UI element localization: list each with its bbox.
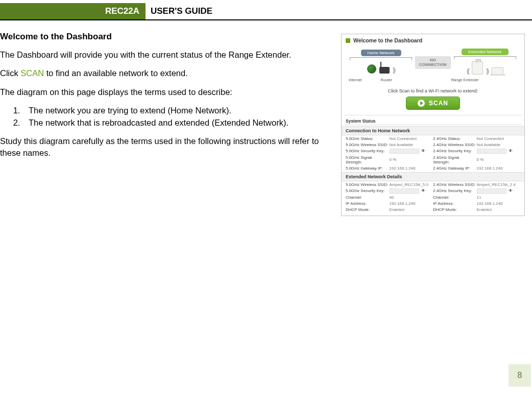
value: 0 % [477, 155, 521, 164]
label: 2.4GHz Gateway IP: [433, 166, 477, 171]
label: 2.4GHz Security Key: [433, 149, 477, 154]
laptop-icon [491, 67, 503, 75]
label: 2.4GHz Status: [433, 136, 477, 141]
header-product: REC22A [0, 3, 146, 19]
no-connection-badge: NO CONNECTION [415, 56, 451, 69]
label: Channel: [433, 195, 477, 200]
network-diagram: Home Network )) NO CONNECTION Extended N… [342, 45, 524, 78]
label: IP Address: [346, 201, 390, 206]
section-heading: Welcome to the Dashboard [0, 32, 329, 42]
scan-keyword: SCAN [20, 68, 44, 78]
paragraph: The Dashboard will provide you with the … [0, 49, 329, 60]
label: 2.4GHz Wireless SSID: [433, 182, 477, 187]
table-row: 5.0GHz Security Key: 👁 2.4GHz Security K… [342, 148, 524, 154]
value: 👁 [390, 188, 433, 194]
divider [345, 115, 521, 115]
label: 5.0GHz Security Key: [346, 149, 390, 154]
home-connection-heading: Connection to Home Network [342, 126, 524, 135]
label: 2.4GHz Wireless SSID: [433, 142, 477, 147]
value: 192.168.1.240 [390, 201, 433, 206]
ordered-list: The network you are trying to extend (Ho… [22, 105, 329, 129]
label: 5.0GHz Wireless SSID: [346, 142, 390, 147]
table-row: 5.0GHz Status: Not Connected 2.4GHz Stat… [342, 135, 524, 141]
value: Not Connected [390, 136, 433, 141]
caption-router: Router [381, 78, 405, 82]
label: 5.0GHz Signal Strength: [346, 155, 390, 164]
internet-icon [367, 64, 376, 74]
security-key-field[interactable] [390, 188, 419, 194]
table-row: DHCP Mode: Enabled DHCP Mode: Enabled [342, 206, 524, 212]
value: 0 % [390, 155, 433, 164]
scan-button[interactable]: SCAN [406, 97, 460, 110]
value: 👁 [477, 188, 521, 194]
signal-icon: )) [486, 67, 488, 75]
value: Amped_REC15A_2.4 [477, 182, 521, 187]
home-network-group: Home Network )) [347, 50, 415, 76]
value: 192.168.1.240 [477, 166, 521, 171]
scan-section: Click Scan to find a Wi-Fi network to ex… [342, 85, 524, 115]
extended-network-group: Extended Network (( )) [451, 49, 519, 77]
eye-icon[interactable]: 👁 [509, 149, 513, 153]
extended-details-heading: Extended Network Details [342, 172, 524, 181]
caption-range-extender: Range Extender [445, 78, 486, 82]
extended-network-label: Extended Network [462, 49, 508, 55]
range-extender-icon [472, 61, 483, 75]
list-item: The network you are trying to extend (Ho… [22, 105, 329, 116]
label: 5.0GHz Gateway IP: [346, 166, 390, 171]
value: 192.168.1.240 [390, 166, 433, 171]
security-key-field[interactable] [477, 149, 506, 154]
spacer [413, 78, 437, 82]
system-status-heading: System Status [342, 116, 524, 125]
value: Not Available [477, 142, 521, 147]
router-icon [379, 62, 390, 74]
eye-icon[interactable]: 👁 [421, 149, 425, 153]
value: 192.168.1.240 [477, 201, 521, 206]
paragraph: Study this diagram carefully as the term… [0, 135, 329, 158]
divider [345, 125, 521, 125]
scan-button-label: SCAN [429, 100, 448, 107]
square-icon [346, 38, 350, 43]
security-key-field[interactable] [477, 188, 506, 194]
table-row: Channel: 40 Channel: 11 [342, 194, 524, 200]
icons-row: (( )) [451, 59, 519, 77]
table-row: 5.0GHz Wireless SSID: Not Available 2.4G… [342, 141, 524, 148]
security-key-field[interactable] [390, 149, 419, 154]
eye-icon[interactable]: 👁 [421, 188, 425, 193]
list-item: The network that is rebroadcasted and ex… [22, 117, 329, 128]
text: Click [0, 68, 20, 78]
label: DHCP Mode: [433, 207, 477, 212]
value: Not Connected [477, 136, 521, 141]
caption-internet: Internet [349, 78, 373, 82]
figure-title-row: Welcome to the Dashboard [342, 36, 524, 45]
play-icon [418, 100, 425, 107]
figure-title: Welcome to the Dashboard [353, 37, 422, 43]
paragraph: The diagram on this page displays the te… [0, 86, 329, 98]
label: IP Address: [433, 201, 477, 206]
value: Enabled [390, 207, 433, 212]
label: 5.0GHz Security Key: [346, 188, 390, 194]
label: DHCP Mode: [346, 207, 390, 212]
label: 5.0GHz Status: [346, 136, 390, 141]
paragraph: Click SCAN to find an available network … [0, 67, 329, 79]
scan-caption: Click Scan to find a Wi-Fi network to ex… [342, 88, 524, 93]
value: Enabled [477, 207, 521, 212]
header-bar: REC22A USER'S GUIDE [0, 3, 532, 20]
table-row: IP Address: 192.168.1.240 IP Address: 19… [342, 200, 524, 206]
eye-icon[interactable]: 👁 [509, 188, 513, 193]
value: Not Available [390, 142, 433, 147]
value: 11 [477, 195, 521, 200]
dashboard-figure: Welcome to the Dashboard Home Network ))… [341, 34, 525, 216]
diagram-captions: Internet Router Range Extender [342, 78, 524, 85]
table-row: 5.0GHz Signal Strength: 0 % 2.4GHz Signa… [342, 154, 524, 165]
label: 2.4GHz Signal Strength: [433, 155, 477, 164]
page-number: 8 [509, 364, 531, 387]
content: Welcome to the Dashboard The Dashboard w… [0, 20, 532, 216]
table-row: 5.0GHz Security Key: 👁 2.4GHz Security K… [342, 187, 524, 194]
icons-row: )) [347, 60, 415, 76]
value: 👁 [477, 149, 521, 154]
table-row: 5.0GHz Gateway IP: 192.168.1.240 2.4GHz … [342, 165, 524, 171]
body-text: Welcome to the Dashboard The Dashboard w… [0, 32, 341, 216]
label: 5.0GHz Wireless SSID: [346, 182, 390, 187]
spacer [493, 78, 517, 82]
header-title: USER'S GUIDE [146, 6, 212, 16]
